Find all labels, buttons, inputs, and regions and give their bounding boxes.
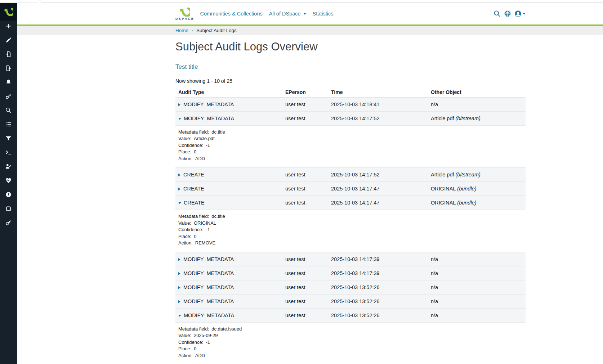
dspace-logo[interactable]: DSPACE [175, 7, 194, 21]
sidebar-item-user-check[interactable] [5, 163, 12, 170]
sidebar-item-file-import[interactable] [5, 51, 12, 57]
dspace-logo-text: DSPACE [175, 17, 194, 21]
caret-right-icon[interactable] [178, 300, 180, 303]
detail-value: -1 [206, 227, 210, 232]
other-object-cell: ORIGINAL (bundle) [428, 182, 526, 196]
nav-all-of-dspace[interactable]: All of DSpace [269, 11, 306, 17]
time-cell: 2025-10-03 14:17:47 [328, 182, 428, 196]
audit-type-cell[interactable]: CREATE [175, 168, 282, 182]
sidebar-item-filter[interactable] [5, 135, 12, 141]
detail-line-field: Metadata field:dc.date.issued [178, 327, 523, 332]
caret-down-icon[interactable] [178, 118, 181, 120]
audit-type-cell[interactable]: MODIFY_METADATA [175, 111, 282, 125]
audit-type-cell[interactable]: MODIFY_METADATA [175, 280, 282, 294]
caret-right-icon[interactable] [178, 188, 180, 190]
audit-type-cell[interactable]: MODIFY_METADATA [175, 308, 282, 322]
breadcrumb-separator: • [192, 28, 193, 33]
other-object-cell: ORIGINAL (bundle) [428, 196, 526, 210]
sidebar-item-search[interactable] [5, 107, 12, 113]
time-cell: 2025-10-03 13:52:26 [328, 308, 428, 322]
other-object-text: ORIGINAL [431, 200, 456, 206]
dspace-glyph-icon [4, 8, 13, 16]
sidebar-item-file-export[interactable] [5, 65, 12, 71]
sidebar-item-key-2[interactable] [5, 220, 12, 226]
main-content: Subject Audit Logs Overview Test title N… [17, 35, 603, 364]
sidebar-item-plus[interactable] [5, 23, 12, 29]
audit-type-label: MODIFY_METADATA [184, 313, 234, 318]
caret-down-icon[interactable] [178, 202, 181, 204]
audit-type-label: CREATE [184, 200, 205, 206]
audit-type-cell[interactable]: CREATE [175, 182, 282, 196]
audit-type-label: MODIFY_METADATA [183, 102, 234, 107]
audit-type-label: MODIFY_METADATA [183, 284, 234, 290]
eperson-cell: user test [282, 308, 328, 322]
sidebar-item-exclamation-circle[interactable] [5, 192, 12, 198]
nav-label: Statistics [313, 11, 334, 17]
eperson-cell: user test [282, 182, 328, 196]
sidebar-item-heartbeat[interactable] [5, 177, 12, 184]
caret-right-icon[interactable] [178, 286, 180, 289]
audit-type-label: CREATE [183, 186, 204, 192]
sidebar-dspace-logo[interactable] [0, 3, 17, 21]
sidebar-item-terminal[interactable] [5, 149, 12, 156]
table-row: MODIFY_METADATAuser test2025-10-03 13:52… [175, 308, 526, 322]
detail-label: Confidence: [178, 340, 203, 345]
audit-type-cell[interactable]: MODIFY_METADATA [175, 252, 282, 266]
sidebar-item-list[interactable] [5, 121, 12, 127]
audit-type-label: MODIFY_METADATA [183, 256, 234, 262]
detail-value: dc.date.issued [211, 326, 242, 332]
time-cell: 2025-10-03 14:17:47 [328, 196, 428, 210]
sidebar-item-box[interactable] [5, 206, 12, 212]
breadcrumb-home[interactable]: Home [175, 28, 188, 33]
detail-label: Place: [178, 234, 191, 239]
sidebar-item-pencil[interactable] [5, 37, 12, 43]
other-object-text: n/a [431, 256, 438, 262]
eperson-cell: user test [282, 294, 328, 308]
audit-type-cell[interactable]: MODIFY_METADATA [175, 97, 282, 111]
user-menu-icon[interactable] [514, 10, 526, 17]
other-object-type: (bundle) [456, 186, 476, 192]
audit-type-cell[interactable]: CREATE [175, 196, 282, 210]
user-check-icon [5, 163, 12, 170]
detail-label: Metadata field: [178, 129, 209, 135]
key-icon [5, 93, 12, 99]
caret-right-icon[interactable] [178, 258, 180, 261]
detail-label: Confidence: [178, 227, 203, 232]
search-icon[interactable] [493, 10, 501, 17]
table-row: MODIFY_METADATAuser test2025-10-03 14:17… [175, 252, 526, 266]
table-row: MODIFY_METADATAuser test2025-10-03 14:18… [175, 97, 526, 111]
audit-type-cell[interactable]: MODIFY_METADATA [175, 266, 282, 280]
eperson-cell: user test [282, 168, 328, 182]
caret-right-icon[interactable] [178, 174, 180, 176]
audit-detail-row: Metadata field:dc.titleValue:Article.pdf… [175, 125, 526, 168]
audit-type-cell[interactable]: MODIFY_METADATA [175, 294, 282, 308]
detail-value: REMOVE [195, 240, 215, 246]
time-cell: 2025-10-03 13:52:26 [328, 280, 428, 294]
eperson-cell: user test [282, 266, 328, 280]
other-object-text: ORIGINAL [431, 186, 456, 192]
detail-line-field: Metadata field:dc.title [178, 130, 523, 135]
dspace-glyph-icon [179, 7, 190, 17]
nav-label: Communities & Collections [200, 11, 262, 17]
column-header-time: Time [328, 87, 428, 97]
sidebar-item-key[interactable] [5, 93, 12, 99]
main-navigation: Communities & Collections All of DSpace … [200, 11, 340, 17]
breadcrumb-current: Subject Audit Logs [196, 28, 237, 33]
other-object-cell: n/a [428, 252, 526, 266]
column-header-eperson: EPerson [282, 87, 328, 97]
globe-icon[interactable] [504, 10, 511, 17]
caret-down-icon[interactable] [178, 315, 181, 317]
other-object-cell: n/a [428, 294, 526, 308]
table-row: MODIFY_METADATAuser test2025-10-03 14:17… [175, 111, 526, 125]
table-row: CREATEuser test2025-10-03 14:17:47ORIGIN… [175, 196, 526, 210]
other-object-cell: n/a [428, 97, 526, 111]
caret-right-icon[interactable] [178, 272, 180, 275]
subject-title-link[interactable]: Test title [175, 63, 198, 71]
filter-icon [5, 135, 12, 141]
sidebar-item-bell[interactable] [5, 79, 12, 85]
nav-communities-collections[interactable]: Communities & Collections [200, 11, 262, 17]
file-export-icon [5, 65, 12, 71]
nav-statistics[interactable]: Statistics [313, 11, 334, 17]
caret-right-icon[interactable] [178, 103, 180, 106]
admin-sidebar [0, 3, 17, 364]
